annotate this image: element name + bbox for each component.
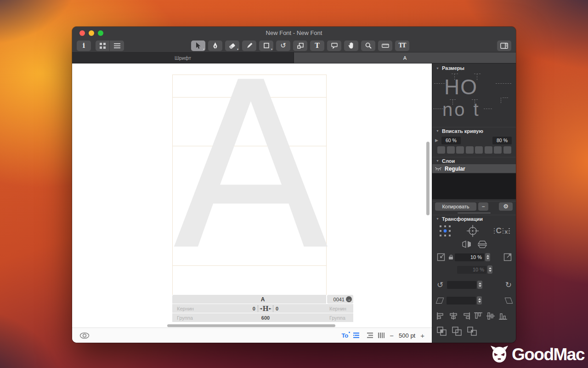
vertical-bars-icon[interactable] <box>378 333 384 338</box>
pen-icon <box>212 42 218 49</box>
scale-tool-button[interactable] <box>293 40 307 51</box>
pencil-tool-button[interactable] <box>242 40 256 51</box>
kerning-preview-toggle[interactable]: To <box>341 332 348 339</box>
rotate-cw-button[interactable]: ↻ <box>505 280 512 289</box>
vertical-scrollbar[interactable] <box>426 142 430 215</box>
text-tool-icon: T <box>315 42 319 49</box>
dimensions-section-header[interactable]: ▼ Размеры <box>432 64 516 72</box>
kerning-tool-button[interactable]: TT <box>395 40 409 51</box>
rotate-ccw-button[interactable]: ↺ <box>437 280 443 289</box>
fit-step-button[interactable] <box>475 146 483 154</box>
layers-section-header[interactable]: ▼ Слои <box>432 157 516 164</box>
eye-closed-icon[interactable] <box>435 167 442 171</box>
group-right-label[interactable]: Группа <box>327 315 353 321</box>
transform-origin-selector[interactable] <box>439 224 452 237</box>
sidebar-toggle-button[interactable] <box>497 40 511 51</box>
disclosure-icon[interactable]: ▼ <box>436 129 439 132</box>
preview-eye-icon[interactable] <box>79 332 90 339</box>
select-tool-button[interactable]: ▾ <box>191 40 205 51</box>
disclosure-icon[interactable]: ▼ <box>436 67 439 70</box>
fit-step-button[interactable] <box>447 146 455 154</box>
font-info-button[interactable]: i <box>77 40 91 51</box>
layer-list-empty-area[interactable] <box>432 173 516 199</box>
scale-y-stepper[interactable] <box>487 265 492 274</box>
fit-curve-section-header[interactable]: ▼ Вписать кривую <box>432 127 516 134</box>
panel-resize-handle[interactable] <box>458 213 491 213</box>
zoom-out-button[interactable]: − <box>390 332 394 339</box>
rotate-tool-button[interactable]: ↺ <box>276 40 290 51</box>
fit-step-button[interactable] <box>456 146 464 154</box>
remove-layer-button[interactable]: − <box>478 202 488 211</box>
erase-tool-button[interactable]: ▾ <box>225 40 239 51</box>
metric-tick <box>474 74 481 74</box>
flip-vertical-button[interactable] <box>477 240 487 248</box>
union-shapes-button[interactable] <box>436 326 447 336</box>
subtract-shapes-button[interactable] <box>452 326 463 336</box>
rotate-angle-input[interactable] <box>447 281 476 289</box>
disclosure-icon[interactable]: ▼ <box>436 159 439 162</box>
zoom-in-button[interactable]: + <box>420 332 424 339</box>
scale-x-stepper[interactable] <box>485 253 490 261</box>
transformations-section-header[interactable]: ▼ Трансформации <box>432 215 516 222</box>
fit-curve-max-input[interactable]: 80 % <box>492 137 512 144</box>
cap-height-tick <box>434 83 447 84</box>
fit-step-button[interactable] <box>494 146 502 154</box>
metrics-row-kerning: Кернин 0 ◄ H ► 0 Кернин <box>172 304 353 313</box>
align-right-button[interactable] <box>461 312 470 320</box>
align-center-horizontal-button[interactable] <box>449 312 458 320</box>
scale-up-button[interactable] <box>503 253 512 261</box>
scale-y-input[interactable]: 10 % <box>457 266 486 274</box>
measure-tool-button[interactable] <box>378 40 392 51</box>
transform-center-crosshair[interactable] <box>466 224 480 238</box>
glyph-outline-a[interactable]: A <box>172 63 326 282</box>
zoom-level[interactable]: 500 pt <box>399 332 415 339</box>
rsb-value[interactable]: 0 <box>276 306 278 311</box>
metric-tick <box>452 99 453 105</box>
text-tool-button[interactable]: T <box>310 40 324 51</box>
lock-proportions-icon[interactable] <box>449 255 453 259</box>
intersect-shapes-button[interactable] <box>467 326 478 336</box>
kerning-left-label[interactable]: Кернин <box>172 306 204 311</box>
scale-x-input[interactable]: 10 % <box>455 253 484 261</box>
transform-metrics-center-icon[interactable]: C x <box>494 226 510 236</box>
align-bottom-button[interactable] <box>498 312 508 320</box>
advance-width-value[interactable]: 600 <box>261 315 270 321</box>
fit-step-button[interactable] <box>485 146 492 154</box>
skew-stepper[interactable] <box>477 296 482 305</box>
lsb-value[interactable]: 0 <box>253 306 255 311</box>
layer-settings-button[interactable]: ⚙ <box>499 202 513 211</box>
scale-down-button[interactable] <box>437 253 445 261</box>
annotation-tool-button[interactable] <box>327 40 341 51</box>
align-middle-vertical-button[interactable] <box>486 312 495 320</box>
fit-curve-min-input[interactable]: 60 % <box>441 137 461 144</box>
skew-angle-input[interactable] <box>447 297 476 305</box>
tab-font[interactable]: Шрифт <box>72 52 294 63</box>
kerning-right-label[interactable]: Кернин <box>327 306 353 311</box>
grid-view-button[interactable] <box>96 40 110 51</box>
draw-tool-button[interactable] <box>208 40 222 51</box>
rotate-stepper[interactable] <box>477 281 482 289</box>
copy-layer-button[interactable]: Копировать <box>435 202 476 211</box>
zoom-tool-button[interactable] <box>361 40 375 51</box>
align-left-button[interactable] <box>436 312 446 320</box>
fit-step-button[interactable] <box>437 146 445 154</box>
skew-right-button[interactable] <box>505 298 513 304</box>
flip-horizontal-button[interactable] <box>462 240 472 248</box>
fit-step-button[interactable] <box>466 146 474 154</box>
disclosure-icon[interactable]: ▼ <box>436 217 439 220</box>
align-right-lines-icon[interactable] <box>366 333 373 338</box>
primitives-tool-button[interactable]: ▾ <box>259 40 273 51</box>
play-icon[interactable]: ▶ <box>435 138 438 143</box>
titlebar[interactable]: New Font - New Font <box>72 27 516 39</box>
fit-step-button[interactable] <box>503 146 511 154</box>
group-left-label[interactable]: Группа <box>172 315 204 321</box>
hand-tool-button[interactable] <box>344 40 358 51</box>
tab-glyph-a[interactable]: A <box>294 52 516 63</box>
skew-left-button[interactable] <box>436 298 444 304</box>
list-view-button[interactable] <box>110 40 124 51</box>
glyph-canvas[interactable]: A 0041 → A Кернин 0 <box>72 63 432 343</box>
horizontal-scrollbar[interactable] <box>167 324 335 327</box>
align-left-lines-icon[interactable] <box>353 333 361 338</box>
align-top-button[interactable] <box>474 312 483 320</box>
layer-row-regular[interactable]: Regular <box>432 164 516 173</box>
